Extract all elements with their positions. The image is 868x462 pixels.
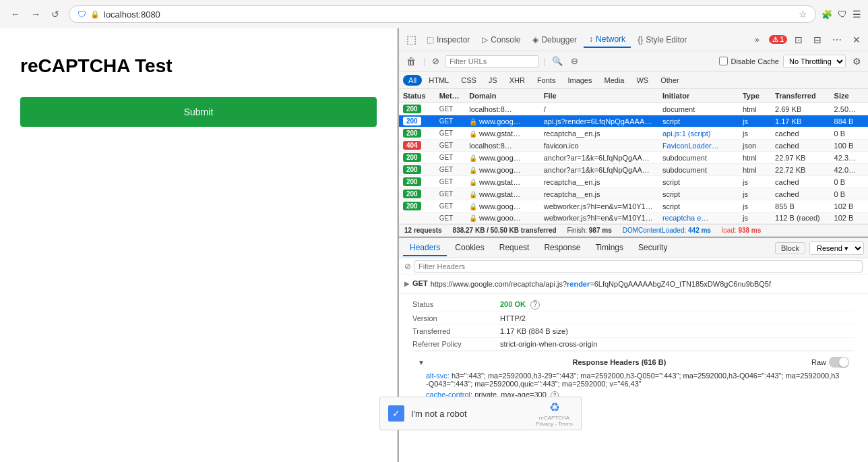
response-headers-toggle[interactable]: ▼ Response Headers (616 B) Raw: [418, 354, 849, 370]
bookmark-button[interactable]: ☆: [799, 9, 807, 20]
detail-tab-security[interactable]: Security: [631, 240, 674, 256]
filter-tab-fonts[interactable]: Fonts: [532, 75, 561, 86]
filter-icon-button[interactable]: ⊘: [429, 55, 442, 67]
size-cell: 884 B: [830, 115, 868, 127]
status-help-icon[interactable]: ?: [530, 300, 540, 310]
lock-icon: 🔒: [90, 10, 100, 19]
filter-tab-all[interactable]: All: [403, 75, 422, 86]
file-cell: /: [540, 103, 658, 115]
col-header-type[interactable]: Type: [739, 89, 771, 103]
back-button[interactable]: ←: [7, 7, 24, 21]
col-header-transferred[interactable]: Transferred: [771, 89, 830, 103]
submit-button[interactable]: Submit: [20, 97, 377, 127]
header-value-altsvc: h3=":443"; ma=2592000,h3-29=":443"; ma=2…: [426, 372, 839, 388]
lock-icon: 🔒: [469, 167, 479, 174]
block-network-button[interactable]: ⊖: [568, 55, 581, 67]
col-header-status[interactable]: Status: [399, 89, 435, 103]
detail-tab-request[interactable]: Request: [493, 240, 536, 256]
disable-cache-checkbox[interactable]: [719, 57, 728, 65]
lock-icon: 🔒: [469, 179, 479, 186]
expand-icon[interactable]: ▶: [404, 280, 410, 287]
menu-button[interactable]: ☰: [852, 9, 861, 20]
table-row[interactable]: 200GETlocalhost:8…/documenthtml2.69 KB2.…: [399, 103, 868, 115]
col-header-domain[interactable]: Domain: [465, 89, 539, 103]
devtools-options-button[interactable]: ⋯: [829, 32, 845, 47]
col-header-initiator[interactable]: Initiator: [658, 89, 739, 103]
status-badge: 200: [403, 177, 421, 186]
error-badge: ⚠ 1: [769, 35, 787, 44]
network-toolbar-left: 🗑 | ⊘ | 🔍 ⊖: [403, 54, 581, 69]
filter-tab-other[interactable]: Other: [655, 75, 685, 86]
responsive-design-button[interactable]: ⊡: [791, 32, 806, 47]
lock-icon: 🔒: [469, 203, 479, 210]
search-network-button[interactable]: 🔍: [549, 55, 565, 67]
detail-tab-response[interactable]: Response: [537, 240, 587, 256]
filter-tab-js[interactable]: JS: [483, 75, 503, 86]
devtools-pick-element-button[interactable]: ⬚: [403, 31, 420, 48]
filter-tabs: All HTML CSS JS XHR Fonts Images Media W…: [399, 71, 868, 89]
inspector-icon: ⬚: [427, 35, 434, 45]
clear-network-button[interactable]: 🗑: [403, 54, 419, 69]
split-view-button[interactable]: ⊟: [810, 32, 825, 47]
tab-style-editor[interactable]: {} Style Editor: [632, 32, 692, 47]
detail-tab-timings[interactable]: Timings: [588, 240, 630, 256]
network-gear-button[interactable]: ⚙: [850, 55, 864, 68]
summary-load: load: 938 ms: [722, 227, 761, 234]
file-cell: anchor?ar=1&k=6LfqNpQgAAAAAbgZ4O_tN…: [540, 164, 658, 176]
filter-tab-media[interactable]: Media: [598, 75, 629, 86]
col-header-file[interactable]: File: [540, 89, 658, 103]
close-devtools-button[interactable]: ✕: [849, 32, 864, 47]
table-row[interactable]: 200GET🔒 www.gstat…recaptcha__en.jsapi.js…: [399, 127, 868, 140]
method-cell: GET: [435, 152, 466, 164]
filter-tab-xhr[interactable]: XHR: [504, 75, 530, 86]
tab-network[interactable]: ↕ Network: [584, 32, 631, 48]
col-header-size[interactable]: Size: [830, 89, 868, 103]
filter-tab-ws[interactable]: WS: [631, 75, 654, 86]
method-cell: GET: [435, 212, 466, 224]
table-row[interactable]: 200GET🔒 www.goog…anchor?ar=1&k=6LfqNpQgA…: [399, 152, 868, 164]
file-cell: webworker.js?hl=en&v=M10Y1otwqRkBioiFUI: [540, 200, 658, 212]
detail-tab-cookies[interactable]: Cookies: [448, 240, 491, 256]
status-badge: 200: [403, 153, 421, 162]
filter-tab-html[interactable]: HTML: [423, 75, 454, 86]
disable-cache-label[interactable]: Disable Cache: [719, 57, 779, 65]
type-cell: html: [739, 103, 771, 115]
address-bar[interactable]: 🛡 🔒 localhost:8080 ☆: [69, 5, 816, 23]
table-row[interactable]: 200GET🔒 www.goog…api.js?render=6LfqNpQgA…: [399, 115, 868, 127]
tab-inspector[interactable]: ⬚ Inspector: [421, 32, 475, 47]
resend-select[interactable]: Resend ▾: [809, 241, 864, 255]
type-cell: js: [739, 212, 771, 224]
domain-cell: 🔒 www.gooo…: [465, 212, 539, 224]
method-cell: GET: [435, 188, 466, 200]
reload-button[interactable]: ↺: [47, 7, 63, 21]
raw-toggle[interactable]: [829, 357, 849, 368]
block-button[interactable]: Block: [775, 242, 805, 254]
table-row[interactable]: 200GET🔒 www.gstat…recaptcha__en.jsscript…: [399, 176, 868, 188]
extensions-button[interactable]: 🧩: [822, 9, 832, 20]
network-table-container: Status Met… Domain File Initiator Type T…: [399, 89, 868, 224]
initiator-cell: subdocument: [658, 152, 739, 164]
table-row[interactable]: 200GET🔒 www.goog…webworker.js?hl=en&v=M1…: [399, 200, 868, 212]
throttle-select[interactable]: No Throttling: [783, 55, 846, 68]
table-row[interactable]: 200GET🔒 www.gstat…recaptcha__en.jsscript…: [399, 188, 868, 200]
page-content: reCAPTCHA Test Submit ✓ I'm not a robot …: [0, 28, 398, 462]
file-cell: anchor?ar=1&k=6LfqNpQgAAAAAbgZ4O_tN…: [540, 152, 658, 164]
domain-cell: 🔒 www.goog…: [465, 164, 539, 176]
more-tools-button[interactable]: »: [749, 32, 765, 47]
detail-tab-headers[interactable]: Headers: [403, 240, 447, 256]
filter-headers-input[interactable]: [414, 260, 863, 272]
type-cell: js: [739, 115, 771, 127]
filter-tab-css[interactable]: CSS: [456, 75, 482, 86]
tab-console[interactable]: ▷ Console: [476, 32, 526, 47]
forward-button[interactable]: →: [27, 7, 44, 21]
file-cell: recaptcha__en.js: [540, 127, 658, 140]
col-header-method[interactable]: Met…: [435, 89, 466, 103]
table-row[interactable]: 200GET🔒 www.goog…anchor?ar=1&k=6LfqNpQgA…: [399, 164, 868, 176]
table-row[interactable]: 404GETlocalhost:8…favicon.icoFaviconLoad…: [399, 140, 868, 152]
tab-debugger[interactable]: ◈ Debugger: [527, 32, 582, 47]
table-row[interactable]: GET🔒 www.gooo…webworker.js?hl=en&v=M10Y1…: [399, 212, 868, 224]
shield-security-button[interactable]: 🛡: [838, 9, 847, 20]
filter-urls-input[interactable]: [445, 55, 539, 67]
domain-cell: 🔒 www.goog…: [465, 200, 539, 212]
filter-tab-images[interactable]: Images: [562, 75, 597, 86]
